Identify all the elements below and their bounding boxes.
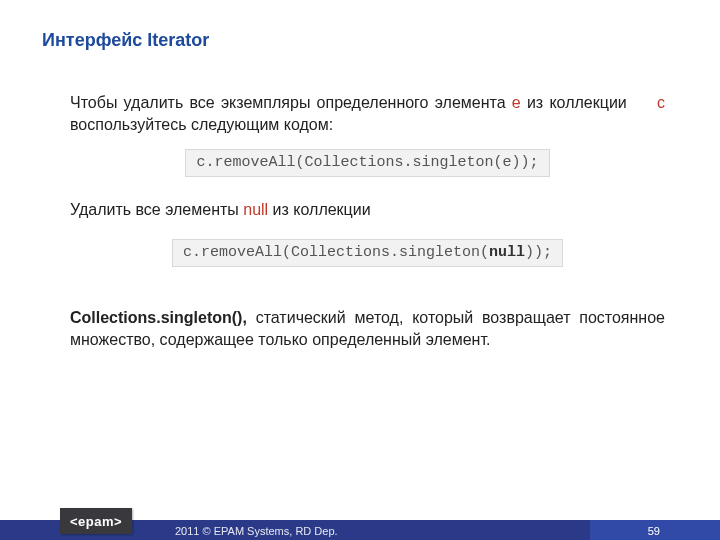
code-remove-element: c.removeAll(Collections.singleton(e)); bbox=[185, 149, 549, 177]
variable-e: e bbox=[512, 94, 521, 111]
text: Удалить все элементы bbox=[70, 201, 243, 218]
text: из коллекции bbox=[521, 94, 633, 111]
copyright-text: 2011 © EPAM Systems, RD Dep. bbox=[175, 525, 338, 537]
code-remove-null: c.removeAll(Collections.singleton(null))… bbox=[172, 239, 563, 267]
footer: <epam> 2011 © EPAM Systems, RD Dep. 59 bbox=[0, 504, 720, 540]
code-text: )); bbox=[525, 244, 552, 261]
code-text: c.removeAll(Collections.singleton( bbox=[183, 244, 489, 261]
slide: Интерфейс Iterator Чтобы удалить все экз… bbox=[0, 0, 720, 540]
paragraph-singleton-desc: Collections.singleton(), статический мет… bbox=[70, 307, 665, 350]
text: из коллекции bbox=[268, 201, 371, 218]
slide-body: Чтобы удалить все экземпляры определенно… bbox=[70, 92, 665, 350]
keyword-null: null bbox=[243, 201, 268, 218]
text: воспользуйтесь следующим кодом: bbox=[70, 116, 333, 133]
code-keyword-null: null bbox=[489, 244, 525, 261]
epam-logo: <epam> bbox=[60, 508, 132, 534]
variable-c: c bbox=[657, 94, 665, 111]
page-number: 59 bbox=[648, 525, 660, 537]
text: Чтобы удалить все экземпляры определенно… bbox=[70, 94, 512, 111]
method-name: Collections.singleton(), bbox=[70, 309, 247, 326]
paragraph-remove-null: Удалить все элементы null из коллекции bbox=[70, 199, 665, 221]
code-row-1: c.removeAll(Collections.singleton(e)); bbox=[70, 145, 665, 199]
code-row-2: c.removeAll(Collections.singleton(null))… bbox=[70, 235, 665, 289]
paragraph-remove-element: Чтобы удалить все экземпляры определенно… bbox=[70, 92, 665, 135]
slide-title: Интерфейс Iterator bbox=[42, 30, 209, 51]
